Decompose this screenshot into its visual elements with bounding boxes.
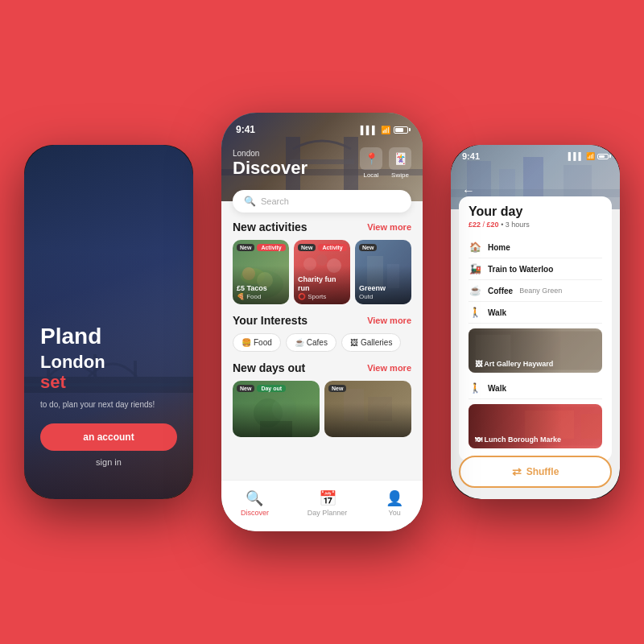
left-description: to do, plan your next day riends! xyxy=(40,399,177,411)
interest-food[interactable]: 🍔Food xyxy=(233,333,281,352)
itinerary-list: 🏠 Home 🚂 Train to Waterloo ☕ Coffee Bean… xyxy=(469,237,602,453)
local-button[interactable]: 📍 Local xyxy=(360,147,382,179)
interest-galleries[interactable]: 🖼Galleries xyxy=(341,333,401,352)
phone-mid: 9:41 ▌▌▌ 📶 London Discover 📍 Local xyxy=(221,113,423,531)
mid-city: London xyxy=(233,149,308,158)
shuffle-icon: ⇄ xyxy=(512,465,522,478)
tab-you[interactable]: 👤 You xyxy=(386,489,403,517)
itinerary-coffee-label: Coffee xyxy=(488,287,513,295)
days-view-more[interactable]: View more xyxy=(367,363,411,373)
activity-greenw-cat: Outd xyxy=(359,293,407,300)
left-subtitle: set xyxy=(40,372,177,393)
lunch-card-label: 🍽 Lunch Borough Marke xyxy=(475,436,561,444)
interests-section-title: Your Interests xyxy=(233,314,308,327)
tab-bar: 🔍 Discover 📅 Day Planner 👤 You xyxy=(221,480,423,531)
badge-new: New xyxy=(237,244,254,251)
itinerary-coffee-sub: Beany Green xyxy=(519,287,562,295)
itinerary-lunch-card[interactable]: 🍽 Lunch Borough Marke xyxy=(469,404,602,448)
interests-view-more[interactable]: View more xyxy=(367,316,411,325)
itinerary-walk-1: 🚶 Walk xyxy=(469,302,602,324)
itinerary-gallery-card[interactable]: 🖼 Art Gallery Hayward xyxy=(469,328,602,373)
walk-icon-2: 🚶 xyxy=(469,382,481,394)
phone-right: 9:41 ▌▌▌ 📶 ← Your day £22 / £20 • 3 hour… xyxy=(451,145,620,499)
day-card-2[interactable]: New xyxy=(324,381,411,437)
shuffle-button[interactable]: ⇄ Shuffle xyxy=(459,456,612,488)
badge-activity-2: Activity xyxy=(318,244,346,251)
phone-left: Pland London set to do, plan your next d… xyxy=(24,145,193,499)
itinerary-train-label: Train to Waterloo xyxy=(488,265,553,274)
badge-new-3: New xyxy=(359,244,377,251)
search-icon: 🔍 xyxy=(244,196,256,207)
day-badge-new: New xyxy=(237,385,254,392)
activity-funrun-cat: ⭕ Sports xyxy=(298,293,346,300)
mid-discover-title: Discover xyxy=(233,158,308,179)
shuffle-label: Shuffle xyxy=(526,466,559,477)
itinerary-home-label: Home xyxy=(488,243,510,252)
activities-section-title: New activities xyxy=(233,221,308,233)
tab-day-planner[interactable]: 📅 Day Planner xyxy=(308,489,348,517)
gallery-card-label: 🖼 Art Gallery Hayward xyxy=(475,360,553,368)
mid-status-time: 9:41 xyxy=(236,124,255,135)
activity-funrun-name: Charity fun run xyxy=(298,275,346,293)
activity-taco-cat: 🍕 Food xyxy=(237,293,285,300)
itinerary-walk-2: 🚶 Walk xyxy=(469,378,602,399)
interest-cafes[interactable]: ☕Cafes xyxy=(286,333,336,352)
itinerary-home: 🏠 Home xyxy=(469,237,602,258)
day-title: Your day xyxy=(469,204,602,219)
walk-icon-1: 🚶 xyxy=(469,307,481,318)
activity-card-tacos[interactable]: New Activity £5 Tacos 🍕 Food xyxy=(233,240,289,304)
itinerary-coffee: ☕ Coffee Beany Green xyxy=(469,280,602,302)
search-bar[interactable]: 🔍 Search xyxy=(233,190,411,213)
right-status-time: 9:41 xyxy=(462,151,480,161)
activity-card-greenw[interactable]: New Greenw Outd xyxy=(355,240,411,304)
day-meta: £22 / £20 • 3 hours xyxy=(469,221,602,229)
home-icon: 🏠 xyxy=(469,242,481,253)
sign-in-link[interactable]: sign in xyxy=(40,457,177,467)
left-app-title: Pland xyxy=(40,324,177,349)
days-section-title: New days out xyxy=(233,361,305,374)
swipe-button[interactable]: 🃏 Swipe xyxy=(389,147,411,179)
day-card-1[interactable]: New Day out xyxy=(233,381,320,437)
coffee-icon: ☕ xyxy=(469,285,481,296)
activity-card-funrun[interactable]: New Activity Charity fun run ⭕ Sports xyxy=(294,240,350,304)
day-badge-dayout: Day out xyxy=(257,385,286,392)
badge-new-2: New xyxy=(298,244,316,251)
day-summary-card: Your day £22 / £20 • 3 hours 🏠 Home 🚂 Tr… xyxy=(459,196,612,461)
activity-greenw-name: Greenw xyxy=(359,284,407,293)
badge-activity: Activity xyxy=(257,244,285,251)
itinerary-walk2-label: Walk xyxy=(488,384,506,393)
create-account-button[interactable]: an account xyxy=(40,423,177,451)
itinerary-train: 🚂 Train to Waterloo xyxy=(469,258,602,280)
search-placeholder: Search xyxy=(261,196,289,206)
day-badge-new-2: New xyxy=(328,385,346,392)
train-icon: 🚂 xyxy=(469,263,481,275)
activities-view-more[interactable]: View more xyxy=(367,222,411,232)
itinerary-walk1-label: Walk xyxy=(488,308,506,317)
tab-discover[interactable]: 🔍 Discover xyxy=(241,489,269,517)
activity-taco-name: £5 Tacos xyxy=(237,284,285,293)
